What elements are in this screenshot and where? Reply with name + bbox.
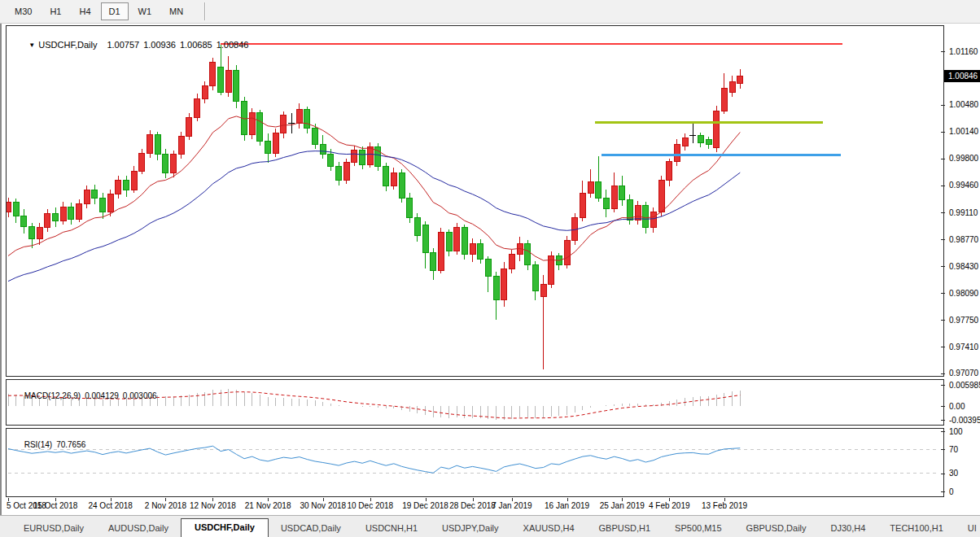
tab-gbpusd-daily[interactable]: GBPUSD,Daily (734, 520, 819, 537)
tab-gbpusd-h1[interactable]: GBPUSD,H1 (587, 520, 663, 537)
rsi-axis-label: 30 (949, 468, 958, 478)
price-axis[interactable]: 1.011601.004801.001400.998000.994600.991… (944, 25, 980, 497)
tab-usdchf-daily[interactable]: USDCHF,Daily (181, 518, 269, 537)
rsi-panel: RSI(14)70.7656 (6, 428, 944, 497)
tab-usdjpy-daily[interactable]: USDJPY,Daily (430, 520, 511, 537)
timeframe-button-m30[interactable]: M30 (7, 2, 40, 20)
date-axis[interactable]: 5 Oct 201815 Oct 201824 Oct 20182 Nov 20… (6, 498, 944, 515)
axis-tick-mark (941, 373, 945, 374)
rsi-axis-label: 0 (949, 487, 954, 497)
symbol-tabbar: EURUSD,DailyAUDUSD,DailyUSDCHF,DailyUSDC… (0, 515, 980, 537)
price-axis-label: 1.00480 (949, 99, 978, 110)
tab-xauusd-h4[interactable]: XAUUSD,H4 (511, 520, 587, 537)
ohlc-high: 1.00936 (143, 40, 176, 50)
axis-tick-mark (941, 474, 945, 474)
axis-tick-mark (941, 320, 945, 321)
macd-label: MACD(12,26,9)0.0041290.003006 (11, 382, 161, 409)
axis-tick-mark (941, 186, 945, 186)
toolbar-separator (204, 2, 206, 20)
axis-tick-mark (941, 491, 945, 492)
tab-eurusd-daily[interactable]: EURUSD,Daily (11, 520, 96, 537)
date-axis-label: 15 Oct 2018 (28, 501, 82, 510)
date-axis-label: 25 Jan 2019 (595, 501, 649, 510)
symbol-marker-icon[interactable]: ▼ (28, 41, 35, 49)
macd-axis-label: 0.005985 (949, 380, 980, 391)
axis-tick-mark (941, 406, 945, 407)
ohlc-open: 1.00757 (107, 40, 139, 50)
date-axis-label: 16 Jan 2019 (540, 501, 594, 510)
timeframe-button-mn[interactable]: MN (161, 2, 191, 20)
timeframe-button-h4[interactable]: H4 (71, 2, 98, 20)
macd-value: 0.004129 (85, 391, 119, 400)
ohlc-low: 1.00685 (180, 40, 212, 50)
ohlc-close: 1.00846 (217, 40, 249, 50)
tab-dj30-h4[interactable]: DJ30,H4 (819, 520, 878, 537)
axis-tick-mark (941, 347, 945, 347)
macd-axis-label: -0.003954 (949, 415, 980, 426)
rsi-name: RSI(14) (24, 440, 52, 449)
axis-tick-mark (941, 159, 945, 159)
price-axis-label: 0.99800 (949, 153, 978, 164)
tab-usdcad-daily[interactable]: USDCAD,Daily (269, 520, 353, 537)
tab-sp500-m15[interactable]: SP500,M15 (663, 520, 733, 537)
axis-tick-mark (941, 212, 945, 213)
chart-title: ▼USDCHF,Daily1.007571.009361.006851.0084… (14, 30, 252, 59)
chart-window: ▼USDCHF,Daily1.007571.009361.006851.0084… (0, 24, 980, 515)
rsi-axis-label: 70 (949, 444, 958, 455)
macd-axis-label: 0.00 (949, 401, 965, 412)
axis-tick-mark (941, 420, 945, 421)
timeframe-button-d1[interactable]: D1 (101, 2, 129, 20)
date-axis-label: 21 Nov 2018 (241, 501, 295, 510)
date-axis-label: 2 Nov 2018 (138, 501, 192, 510)
price-axis-label: 0.99110 (949, 207, 978, 218)
macd-name: MACD(12,26,9) (24, 391, 81, 400)
price-axis-label: 0.98090 (949, 288, 978, 299)
price-axis-label: 0.97750 (949, 315, 978, 325)
macd-panel: MACD(12,26,9)0.0041290.003006 (6, 379, 944, 426)
date-axis-label: 30 Nov 2018 (296, 501, 350, 510)
date-axis-label: 10 Dec 2018 (343, 501, 397, 510)
timeframe-toolbar: M30H1H4D1W1MN (0, 0, 980, 24)
tab-audusd-daily[interactable]: AUDUSD,Daily (96, 520, 181, 537)
price-axis-label: 1.00140 (949, 126, 978, 137)
rsi-value: 70.7656 (56, 440, 85, 449)
date-axis-label: 19 Dec 2018 (399, 501, 453, 510)
main-chart-canvas[interactable] (7, 26, 943, 376)
date-axis-label: 7 Jan 2019 (485, 501, 539, 510)
axis-tick-mark (941, 431, 945, 432)
timeframe-button-h1[interactable]: H1 (42, 2, 69, 20)
price-axis-label: 0.98770 (949, 234, 978, 245)
rsi-label: RSI(14)70.7656 (11, 431, 90, 458)
timeframe-button-w1[interactable]: W1 (130, 2, 160, 20)
price-axis-label: 1.01160 (949, 46, 978, 57)
axis-tick-mark (941, 293, 945, 294)
tab-usdcnh-h1[interactable]: USDCNH,H1 (353, 520, 430, 537)
axis-tick-mark (941, 51, 945, 52)
tab-tech100-h1[interactable]: TECH100,H1 (877, 520, 955, 537)
macd-signal-value: 0.003006 (123, 391, 157, 400)
main-chart-panel: ▼USDCHF,Daily1.007571.009361.006851.0084… (6, 25, 944, 377)
axis-tick-mark (941, 239, 945, 240)
date-axis-label: 24 Oct 2018 (84, 501, 138, 510)
axis-tick-mark (941, 132, 945, 133)
price-axis-label: 0.97070 (949, 368, 978, 378)
date-axis-label: 4 Feb 2019 (642, 501, 696, 510)
axis-tick-mark (941, 385, 945, 386)
date-axis-label: 13 Feb 2019 (698, 501, 751, 510)
axis-tick-mark (941, 105, 945, 106)
current-price-badge: 1.00846 (944, 70, 980, 82)
price-axis-label: 0.97410 (949, 342, 978, 352)
price-axis-label: 0.99460 (949, 180, 978, 190)
date-axis-label: 12 Nov 2018 (186, 501, 239, 510)
rsi-canvas[interactable] (7, 429, 943, 496)
chart-symbol-label: USDCHF,Daily (38, 40, 97, 50)
axis-tick-mark (941, 449, 945, 450)
rsi-axis-label: 100 (949, 426, 963, 437)
tab-ui[interactable]: UI (956, 520, 980, 537)
axis-tick-mark (941, 266, 945, 267)
price-axis-label: 0.98430 (949, 261, 978, 272)
